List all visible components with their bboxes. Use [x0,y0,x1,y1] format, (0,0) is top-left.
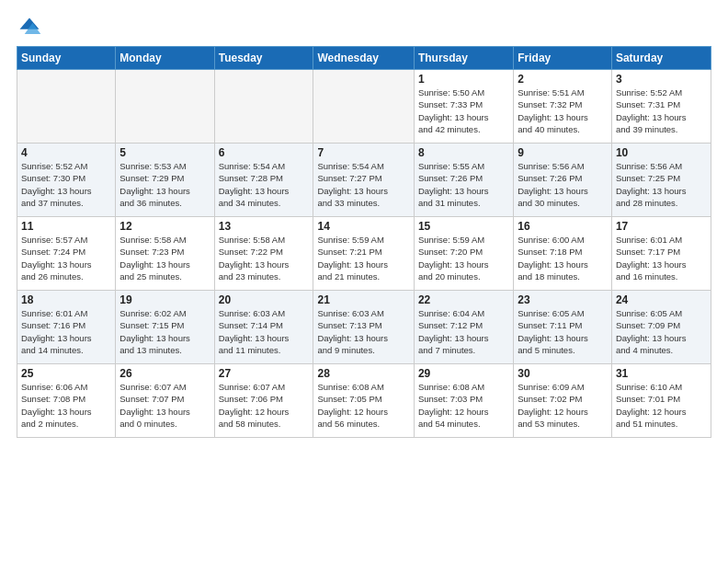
calendar-cell [17,70,116,144]
day-number: 6 [219,146,310,159]
calendar-cell: 18Sunrise: 6:01 AM Sunset: 7:16 PM Dayli… [17,291,116,364]
calendar-cell: 17Sunrise: 6:01 AM Sunset: 7:17 PM Dayli… [611,217,711,291]
logo-icon [17,15,42,40]
calendar-cell: 12Sunrise: 5:58 AM Sunset: 7:23 PM Dayli… [116,217,214,291]
calendar-weekday-tuesday: Tuesday [214,47,313,70]
day-info: Sunrise: 6:09 AM Sunset: 7:02 PM Dayligh… [518,381,608,430]
calendar-table: SundayMondayTuesdayWednesdayThursdayFrid… [17,46,711,438]
calendar-weekday-thursday: Thursday [414,47,513,70]
day-number: 24 [616,293,707,306]
day-info: Sunrise: 6:08 AM Sunset: 7:05 PM Dayligh… [317,381,409,430]
calendar-week-row: 18Sunrise: 6:01 AM Sunset: 7:16 PM Dayli… [17,291,711,364]
day-number: 8 [418,146,509,159]
calendar-cell: 25Sunrise: 6:06 AM Sunset: 7:08 PM Dayli… [17,364,116,438]
day-number: 18 [21,293,111,306]
day-number: 19 [119,293,210,306]
day-info: Sunrise: 6:04 AM Sunset: 7:12 PM Dayligh… [418,307,509,356]
calendar-cell [313,70,414,144]
day-number: 10 [616,146,707,159]
day-number: 15 [418,220,509,233]
day-info: Sunrise: 5:54 AM Sunset: 7:27 PM Dayligh… [317,160,409,209]
day-info: Sunrise: 5:56 AM Sunset: 7:25 PM Dayligh… [616,160,707,209]
header [17,15,711,40]
day-number: 30 [518,367,608,380]
day-info: Sunrise: 5:59 AM Sunset: 7:20 PM Dayligh… [418,234,509,282]
day-info: Sunrise: 6:02 AM Sunset: 7:15 PM Dayligh… [119,307,210,356]
calendar-week-row: 1Sunrise: 5:50 AM Sunset: 7:33 PM Daylig… [17,70,711,144]
calendar-cell: 16Sunrise: 6:00 AM Sunset: 7:18 PM Dayli… [514,217,612,291]
calendar-cell: 21Sunrise: 6:03 AM Sunset: 7:13 PM Dayli… [313,291,414,364]
calendar-cell: 3Sunrise: 5:52 AM Sunset: 7:31 PM Daylig… [611,70,711,144]
day-number: 13 [219,220,310,233]
day-info: Sunrise: 6:01 AM Sunset: 7:17 PM Dayligh… [616,234,707,282]
day-number: 7 [317,146,409,159]
day-number: 14 [317,220,409,233]
day-info: Sunrise: 6:07 AM Sunset: 7:06 PM Dayligh… [219,381,310,430]
day-info: Sunrise: 5:52 AM Sunset: 7:30 PM Dayligh… [21,160,111,209]
page: SundayMondayTuesdayWednesdayThursdayFrid… [0,0,728,447]
day-number: 2 [518,73,608,86]
day-info: Sunrise: 6:00 AM Sunset: 7:18 PM Dayligh… [518,234,608,282]
day-number: 1 [418,73,509,86]
calendar-weekday-monday: Monday [116,47,214,70]
calendar-cell [116,70,214,144]
day-number: 16 [518,220,608,233]
day-number: 29 [418,367,509,380]
day-info: Sunrise: 5:58 AM Sunset: 7:22 PM Dayligh… [219,234,310,282]
day-info: Sunrise: 6:05 AM Sunset: 7:09 PM Dayligh… [616,307,707,356]
day-number: 23 [518,293,608,306]
calendar-weekday-saturday: Saturday [611,47,711,70]
calendar-cell: 8Sunrise: 5:55 AM Sunset: 7:26 PM Daylig… [414,144,513,217]
calendar-cell: 30Sunrise: 6:09 AM Sunset: 7:02 PM Dayli… [514,364,612,438]
day-info: Sunrise: 5:52 AM Sunset: 7:31 PM Dayligh… [616,86,707,135]
day-info: Sunrise: 5:50 AM Sunset: 7:33 PM Dayligh… [418,86,509,135]
calendar-cell [214,70,313,144]
day-number: 22 [418,293,509,306]
day-info: Sunrise: 6:03 AM Sunset: 7:14 PM Dayligh… [219,307,310,356]
calendar-cell: 9Sunrise: 5:56 AM Sunset: 7:26 PM Daylig… [514,144,612,217]
calendar-week-row: 4Sunrise: 5:52 AM Sunset: 7:30 PM Daylig… [17,144,711,217]
day-number: 5 [119,146,210,159]
day-number: 27 [219,367,310,380]
calendar-cell: 29Sunrise: 6:08 AM Sunset: 7:03 PM Dayli… [414,364,513,438]
calendar-cell: 7Sunrise: 5:54 AM Sunset: 7:27 PM Daylig… [313,144,414,217]
calendar-cell: 2Sunrise: 5:51 AM Sunset: 7:32 PM Daylig… [514,70,612,144]
calendar-cell: 28Sunrise: 6:08 AM Sunset: 7:05 PM Dayli… [313,364,414,438]
day-info: Sunrise: 6:07 AM Sunset: 7:07 PM Dayligh… [119,381,210,430]
calendar-cell: 14Sunrise: 5:59 AM Sunset: 7:21 PM Dayli… [313,217,414,291]
calendar-cell: 24Sunrise: 6:05 AM Sunset: 7:09 PM Dayli… [611,291,711,364]
day-info: Sunrise: 6:05 AM Sunset: 7:11 PM Dayligh… [518,307,608,356]
day-info: Sunrise: 5:51 AM Sunset: 7:32 PM Dayligh… [518,86,608,135]
calendar-cell: 31Sunrise: 6:10 AM Sunset: 7:01 PM Dayli… [611,364,711,438]
day-info: Sunrise: 6:08 AM Sunset: 7:03 PM Dayligh… [418,381,509,430]
calendar-cell: 20Sunrise: 6:03 AM Sunset: 7:14 PM Dayli… [214,291,313,364]
day-info: Sunrise: 5:56 AM Sunset: 7:26 PM Dayligh… [518,160,608,209]
day-info: Sunrise: 6:10 AM Sunset: 7:01 PM Dayligh… [616,381,707,430]
day-info: Sunrise: 6:01 AM Sunset: 7:16 PM Dayligh… [21,307,111,356]
day-number: 25 [21,367,111,380]
calendar-cell: 13Sunrise: 5:58 AM Sunset: 7:22 PM Dayli… [214,217,313,291]
day-number: 11 [21,220,111,233]
day-number: 12 [119,220,210,233]
calendar-cell: 23Sunrise: 6:05 AM Sunset: 7:11 PM Dayli… [514,291,612,364]
calendar-week-row: 25Sunrise: 6:06 AM Sunset: 7:08 PM Dayli… [17,364,711,438]
day-info: Sunrise: 5:55 AM Sunset: 7:26 PM Dayligh… [418,160,509,209]
day-info: Sunrise: 5:54 AM Sunset: 7:28 PM Dayligh… [219,160,310,209]
calendar-weekday-friday: Friday [514,47,612,70]
day-number: 4 [21,146,111,159]
calendar-cell: 26Sunrise: 6:07 AM Sunset: 7:07 PM Dayli… [116,364,214,438]
calendar-cell: 19Sunrise: 6:02 AM Sunset: 7:15 PM Dayli… [116,291,214,364]
day-number: 9 [518,146,608,159]
day-number: 17 [616,220,707,233]
calendar-cell: 10Sunrise: 5:56 AM Sunset: 7:25 PM Dayli… [611,144,711,217]
calendar-cell: 4Sunrise: 5:52 AM Sunset: 7:30 PM Daylig… [17,144,116,217]
calendar-weekday-sunday: Sunday [17,47,116,70]
day-number: 21 [317,293,409,306]
calendar-cell: 15Sunrise: 5:59 AM Sunset: 7:20 PM Dayli… [414,217,513,291]
day-info: Sunrise: 5:57 AM Sunset: 7:24 PM Dayligh… [21,234,111,282]
calendar-header-row: SundayMondayTuesdayWednesdayThursdayFrid… [17,47,711,70]
calendar-week-row: 11Sunrise: 5:57 AM Sunset: 7:24 PM Dayli… [17,217,711,291]
day-info: Sunrise: 5:53 AM Sunset: 7:29 PM Dayligh… [119,160,210,209]
day-info: Sunrise: 6:06 AM Sunset: 7:08 PM Dayligh… [21,381,111,430]
day-number: 20 [219,293,310,306]
